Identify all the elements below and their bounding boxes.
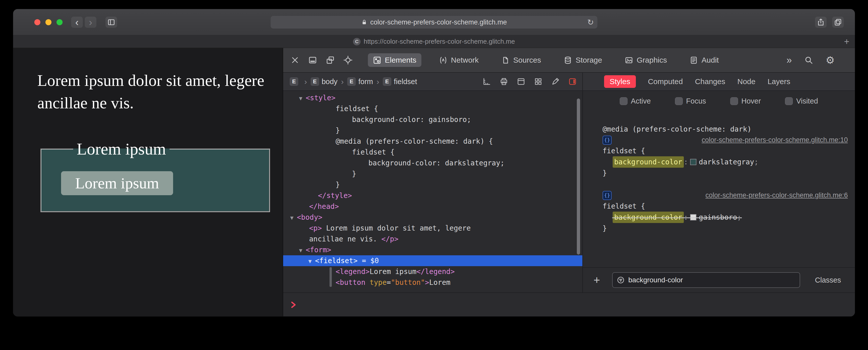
dom-tree-line[interactable]: <legend>Lorem ipsum</legend> [283, 266, 582, 277]
page-legend: Lorem ipsum [73, 139, 169, 158]
inspect-element-button[interactable] [342, 54, 354, 66]
dom-tree-line[interactable]: ▼ <form> [283, 244, 582, 255]
dom-tree-line[interactable]: @media (prefers-color-scheme: dark) { [283, 136, 582, 147]
tab-storage[interactable]: Storage [559, 53, 607, 67]
focus-checkbox[interactable] [675, 97, 683, 105]
browser-tab[interactable]: C https://color-scheme-prefers-color-sch… [353, 38, 515, 46]
close-inspector-button[interactable] [289, 54, 301, 66]
address-bar[interactable]: color-scheme-prefers-color-scheme.glitch… [271, 16, 597, 29]
print-styles-button[interactable] [499, 76, 509, 87]
dom-tree-line[interactable]: ▼ <style> [283, 92, 582, 103]
dom-tree-scrollbar[interactable] [577, 98, 580, 255]
overflow-tabs-button[interactable]: » [786, 55, 792, 66]
sidebar-tab-bar: Styles Computed Changes Node Layers [583, 73, 855, 90]
tab-graphics[interactable]: Graphics [620, 53, 672, 67]
dom-tree-line[interactable]: </style> [283, 190, 582, 201]
dom-tree-line[interactable]: <button type="button">Lorem [283, 277, 582, 288]
settings-button[interactable]: ⚙ [826, 54, 835, 66]
rule-selector[interactable]: fieldset { [602, 145, 848, 156]
children-guide [330, 267, 332, 287]
color-swatch[interactable] [690, 159, 696, 165]
tab-network[interactable]: Network [434, 53, 484, 67]
tab-elements[interactable]: Elements [368, 53, 422, 67]
dom-tree-line[interactable]: } [283, 125, 582, 136]
dom-tree-line[interactable]: ancillae ne vis. </p> [283, 234, 582, 244]
web-inspector: Elements Network Sources Storage [283, 48, 855, 316]
css-rule-overridden: {} color-scheme-prefers-color-scheme.gli… [602, 190, 848, 234]
rule-close-brace: } [602, 168, 848, 178]
rule-source-icon[interactable]: {} [602, 191, 612, 200]
share-button[interactable] [815, 17, 827, 28]
toggle-focus[interactable]: Focus [675, 97, 706, 105]
tab-sources[interactable]: Sources [496, 53, 546, 67]
visited-checkbox[interactable] [785, 97, 793, 105]
classes-button[interactable]: Classes [815, 276, 841, 284]
breadcrumb-item-form[interactable]: Eform [347, 77, 373, 86]
toggle-hover[interactable]: Hover [730, 97, 761, 105]
search-icon [804, 56, 813, 65]
rule-source-icon[interactable]: {} [602, 136, 612, 145]
edit-dom-button[interactable] [550, 76, 561, 87]
dom-tree-line[interactable]: <p> Lorem ipsum dolor sit amet, legere [283, 223, 582, 234]
frames-button[interactable] [516, 76, 526, 87]
css-property-name[interactable]: background-color [613, 212, 684, 223]
grid-overlay-button[interactable] [533, 76, 544, 87]
rule-selector[interactable]: fieldset { [602, 201, 848, 212]
dom-tree-line[interactable]: fieldset { [283, 147, 582, 157]
breadcrumb-item-body[interactable]: Ebody [311, 77, 338, 86]
css-property-value[interactable]: gainsboro [699, 212, 737, 223]
quick-console[interactable] [283, 292, 855, 316]
dom-tree-line[interactable]: } [283, 179, 582, 190]
new-rule-button[interactable]: + [590, 274, 603, 286]
tab-styles[interactable]: Styles [604, 75, 636, 88]
dom-tree-line[interactable]: fieldset { [283, 103, 582, 114]
element-badge: E [383, 77, 391, 86]
toolbar-right [815, 17, 855, 28]
undock-button[interactable] [324, 54, 336, 66]
rule-source-link[interactable]: color-scheme-prefers-color-scheme.glitch… [706, 190, 848, 201]
dom-tree-line[interactable]: background-color: darkslategray; [283, 157, 582, 169]
page-paragraph: Lorem ipsum dolor sit amet, legere ancil… [37, 69, 265, 114]
page-button[interactable]: Lorem ipsum [61, 171, 173, 195]
forward-button[interactable]: › [85, 17, 96, 28]
minimize-window-button[interactable] [45, 19, 52, 25]
inspector-navigation-bar: E › Ebody › Eform › Efieldset [283, 73, 855, 91]
css-property-name[interactable]: background-color [613, 156, 684, 168]
back-button[interactable]: ‹ [71, 17, 83, 28]
rulers-button[interactable] [482, 76, 492, 87]
css-property-value[interactable]: darkslategray [699, 156, 754, 168]
close-window-button[interactable] [34, 19, 40, 25]
zoom-window-button[interactable] [57, 19, 63, 25]
sidebar-icon [107, 18, 115, 26]
hover-checkbox[interactable] [730, 97, 738, 105]
dock-to-bottom-button[interactable] [307, 54, 318, 66]
tab-overview-button[interactable] [832, 17, 844, 28]
toggle-visited[interactable]: Visited [785, 97, 818, 105]
breadcrumb-item-html[interactable]: E [290, 77, 301, 86]
breadcrumb-item-fieldset[interactable]: Efieldset [383, 77, 417, 86]
new-tab-button[interactable]: + [844, 36, 849, 47]
search-button[interactable] [803, 54, 814, 66]
dom-tree-line[interactable]: </head> [283, 201, 582, 212]
dom-tree-line[interactable]: } [283, 169, 582, 179]
color-swatch[interactable] [690, 214, 696, 221]
active-checkbox[interactable] [620, 97, 627, 105]
dom-tree-selected-node[interactable]: ▼ <fieldset> = $0 [283, 255, 582, 266]
reload-icon[interactable]: ↻ [587, 18, 594, 27]
tab-changes[interactable]: Changes [695, 77, 725, 86]
share-icon [817, 18, 825, 26]
tab-title: https://color-scheme-prefers-color-schem… [364, 38, 515, 46]
elements-icon [373, 56, 381, 64]
tab-layers[interactable]: Layers [768, 77, 790, 86]
tab-node[interactable]: Node [737, 77, 755, 86]
toggle-active[interactable]: Active [620, 97, 651, 105]
dom-tree-line[interactable]: ▼ <body> [283, 212, 582, 223]
sidebar-toggle-button[interactable] [105, 17, 117, 28]
filter-input[interactable]: background-color [612, 272, 800, 288]
tab-favicon: C [353, 38, 361, 46]
rule-source-link[interactable]: color-scheme-prefers-color-scheme.glitch… [702, 135, 848, 145]
element-overlays-button[interactable] [567, 76, 578, 87]
tab-computed[interactable]: Computed [648, 77, 683, 86]
dom-tree-line[interactable]: background-color: gainsboro; [283, 114, 582, 125]
tab-audit[interactable]: Audit [685, 53, 724, 67]
